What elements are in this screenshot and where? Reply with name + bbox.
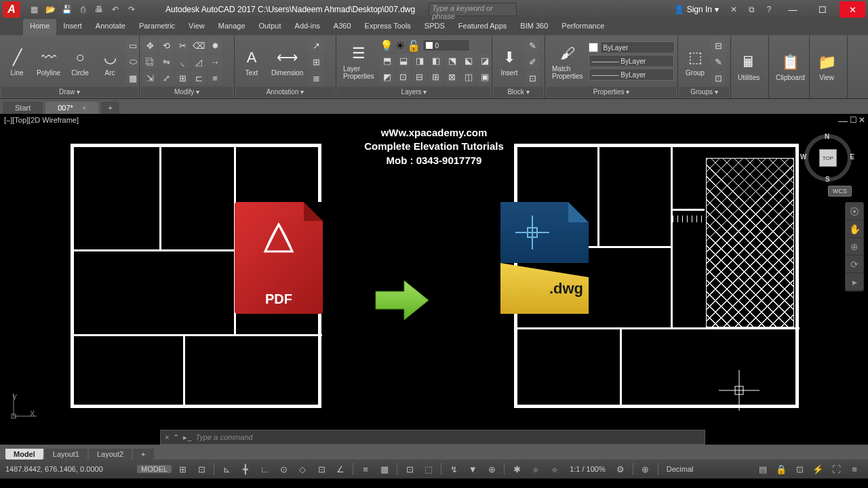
tab-model[interactable]: Model <box>5 449 43 460</box>
maximize-button[interactable]: ☐ <box>810 1 835 18</box>
ortho-icon[interactable]: ∟ <box>256 462 273 476</box>
tab-annotate[interactable]: Annotate <box>89 19 132 35</box>
qat-plot-icon[interactable]: 🖶 <box>92 3 106 16</box>
tab-close-icon[interactable]: × <box>82 104 86 112</box>
tab-start[interactable]: Start <box>3 102 43 114</box>
panel-block-title[interactable]: Block ▾ <box>494 87 543 97</box>
tab-view[interactable]: View <box>182 19 212 35</box>
linetype-dropdown[interactable]: ———— ByLayer <box>589 68 674 81</box>
qat-saveas-icon[interactable]: ⎙ <box>76 3 90 16</box>
color-dropdown[interactable]: ByLayer <box>600 41 675 54</box>
cmd-close-icon[interactable]: × <box>165 433 169 441</box>
trim-icon[interactable]: ✂ <box>175 38 190 53</box>
command-line[interactable]: × ⌃ ▸_ Type a command <box>160 430 705 445</box>
text-button[interactable]: AText <box>237 46 266 78</box>
lay-7-icon[interactable]: ◪ <box>477 54 492 68</box>
ann-auto-icon[interactable]: ⟐ <box>528 462 544 476</box>
clipboard-button[interactable]: 📋Clipboard <box>772 51 809 83</box>
lay-9-icon[interactable]: ⊡ <box>396 70 411 85</box>
ann-scale-icon[interactable]: ⟐ <box>547 462 563 476</box>
view-button[interactable]: 📁View <box>812 51 841 83</box>
orbit-icon[interactable]: ⟳ <box>846 256 863 273</box>
lay-2-icon[interactable]: ⬓ <box>396 54 411 68</box>
isolate-icon[interactable]: ⊡ <box>791 462 808 476</box>
snap-icon[interactable]: ⊡ <box>193 462 210 476</box>
track-icon[interactable]: ∠ <box>332 462 349 476</box>
panel-layers-title[interactable]: Layers ▾ <box>338 87 490 97</box>
lay-10-icon[interactable]: ⊟ <box>412 70 427 85</box>
erase-icon[interactable]: ⌫ <box>191 38 206 53</box>
dynucs-icon[interactable]: ↯ <box>446 462 462 476</box>
tab-addins[interactable]: Add-ins <box>288 19 327 35</box>
mtext-icon[interactable]: ≣ <box>309 70 323 85</box>
help-icon[interactable]: ? <box>762 3 776 16</box>
keyword-search[interactable]: Type a keyword or phrase <box>429 3 517 16</box>
tab-spds[interactable]: SPDS <box>418 19 452 35</box>
lay-12-icon[interactable]: ⊠ <box>445 70 460 85</box>
qat-save-icon[interactable]: 💾 <box>60 3 73 16</box>
matchprops-button[interactable]: 🖌Match Properties <box>548 42 587 81</box>
explode-icon[interactable]: ✸ <box>208 38 222 53</box>
ws-icon[interactable]: ⚙ <box>612 462 629 476</box>
tab-home[interactable]: Home <box>23 19 56 35</box>
lay-13-icon[interactable]: ◫ <box>461 70 476 85</box>
dynamic-icon[interactable]: ╋ <box>237 462 254 476</box>
tab-a360[interactable]: A360 <box>327 19 358 35</box>
app-logo[interactable]: A <box>3 1 20 18</box>
edit-icon[interactable]: ✐ <box>525 54 540 69</box>
layer-dropdown[interactable]: 0 <box>422 39 470 52</box>
cmd-recent-icon[interactable]: ⌃ <box>173 433 179 442</box>
ann-vis-icon[interactable]: ✱ <box>509 462 525 476</box>
copy-icon[interactable]: ⿻ <box>142 54 157 69</box>
tab-insert[interactable]: Insert <box>56 19 89 35</box>
clean-icon[interactable]: ⛶ <box>828 462 844 476</box>
rotate-icon[interactable]: ⟲ <box>159 38 174 53</box>
scale-label[interactable]: 1:1 / 100% <box>566 465 610 473</box>
close-button[interactable]: ✕ <box>840 1 865 18</box>
line-button[interactable]: ╱Line <box>3 46 31 78</box>
pan-icon[interactable]: ✋ <box>846 220 863 238</box>
signin-button[interactable]: 👤Sign In▾ <box>670 5 723 14</box>
arc-button[interactable]: ◡Arc <box>96 46 124 78</box>
grid-icon[interactable]: ⊞ <box>174 462 191 476</box>
panel-draw-title[interactable]: Draw ▾ <box>1 87 138 97</box>
qat-open-icon[interactable]: 📂 <box>43 3 57 16</box>
fillet-icon[interactable]: ◟ <box>175 54 190 69</box>
lay-11-icon[interactable]: ⊞ <box>429 70 443 85</box>
align-icon[interactable]: ≡ <box>208 70 222 85</box>
tab-express[interactable]: Express Tools <box>358 19 418 35</box>
cycle-icon[interactable]: ⊡ <box>401 462 418 476</box>
create-icon[interactable]: ✎ <box>525 38 540 53</box>
polar-icon[interactable]: ⊙ <box>275 462 292 476</box>
polyline-button[interactable]: 〰Polyline <box>33 46 64 78</box>
stretch-icon[interactable]: ⇲ <box>142 70 157 85</box>
rect-icon[interactable]: ▭ <box>125 38 140 53</box>
vp-close-icon[interactable]: ✕ <box>859 115 865 125</box>
offset-icon[interactable]: ⊏ <box>191 70 206 85</box>
grp-edit-icon[interactable]: ✎ <box>711 54 726 69</box>
model-toggle[interactable]: MODEL <box>137 465 172 473</box>
lw-icon[interactable]: ≡ <box>357 462 374 476</box>
steering-wheel-icon[interactable]: ⦿ <box>846 203 863 220</box>
iso-icon[interactable]: ◇ <box>294 462 311 476</box>
attr-icon[interactable]: ⊡ <box>525 70 540 85</box>
lay-14-icon[interactable]: ▣ <box>477 70 492 85</box>
trans-icon[interactable]: ▦ <box>376 462 393 476</box>
panel-props-title[interactable]: Properties ▾ <box>547 87 676 97</box>
exchange-icon[interactable]: ✕ <box>727 3 741 16</box>
tab-layout2[interactable]: Layout2 <box>89 449 132 460</box>
ellipse-icon[interactable]: ⬭ <box>125 54 140 69</box>
circle-button[interactable]: ○Circle <box>66 46 94 78</box>
qat-new-icon[interactable]: ▦ <box>27 3 41 16</box>
tab-bim360[interactable]: BIM 360 <box>513 19 555 35</box>
insert-button[interactable]: ⬇Insert <box>495 46 524 78</box>
stayconnected-icon[interactable]: ⧉ <box>745 3 758 16</box>
zoom-extents-icon[interactable]: ⊕ <box>846 238 863 256</box>
dimension-button[interactable]: ⟷Dimension <box>267 46 307 78</box>
custom-icon[interactable]: ≡ <box>846 462 863 476</box>
lineweight-dropdown[interactable]: ———— ByLayer <box>589 55 674 67</box>
lay-4-icon[interactable]: ◧ <box>429 54 443 68</box>
array-icon[interactable]: ⊞ <box>175 70 190 85</box>
chamfer-icon[interactable]: ◿ <box>191 54 206 69</box>
tab-layout1[interactable]: Layout1 <box>45 449 87 460</box>
